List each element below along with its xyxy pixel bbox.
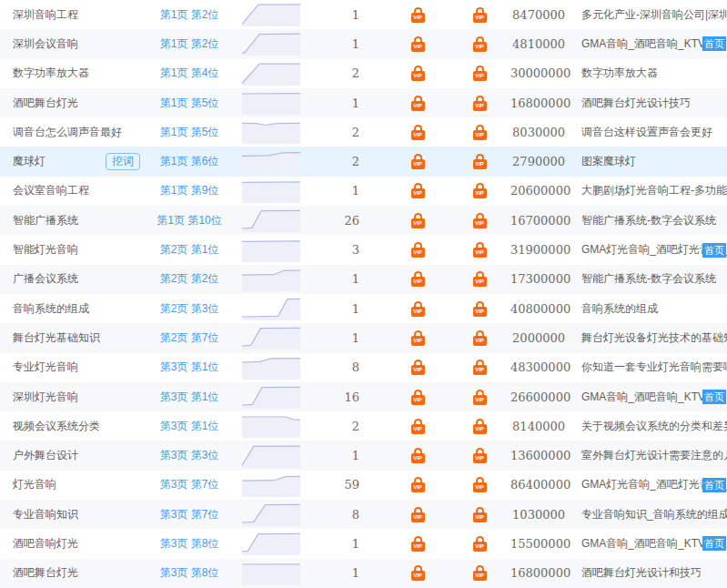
lock-body: VIP [411, 218, 425, 228]
vip-lock-icon[interactable]: VIP [473, 330, 487, 346]
vip-label: VIP [413, 336, 422, 346]
result-title[interactable]: 大鹏剧场灯光音响工程-多功能... [581, 183, 727, 198]
vip-lock-icon[interactable]: VIP [411, 125, 425, 140]
vip-lock-icon[interactable]: VIP [411, 213, 425, 228]
vip-label: VIP [475, 159, 484, 169]
vip-lock-icon[interactable]: VIP [473, 96, 487, 111]
rank-link[interactable]: 第3页 第8位 [146, 536, 233, 552]
rank-link[interactable]: 第2页 第2位 [146, 271, 233, 287]
vip-lock-icon[interactable]: VIP [411, 390, 425, 405]
rank-link[interactable]: 第1页 第5位 [146, 125, 233, 140]
vip-lock-icon[interactable]: VIP [411, 7, 425, 23]
vip-lock-icon[interactable]: VIP [411, 66, 425, 81]
result-title[interactable]: 酒吧舞台灯光设计和技巧 [581, 565, 702, 581]
vip-lock-icon[interactable]: VIP [473, 301, 487, 317]
vip-lock-icon[interactable]: VIP [411, 360, 425, 375]
rank-link[interactable]: 第3页 第1位 [146, 360, 233, 375]
result-title[interactable]: 关于视频会议系统的分类和差异 [581, 419, 727, 434]
vip-lock-icon[interactable]: VIP [411, 536, 425, 552]
rank-link[interactable]: 第2页 第3位 [146, 301, 233, 317]
result-title[interactable]: 你知道一套专业灯光音响需要哪... [581, 360, 727, 375]
vip-lock-icon[interactable]: VIP [473, 565, 487, 581]
vip-cell-2: VIP [449, 419, 510, 434]
vip-lock-icon[interactable]: VIP [411, 271, 425, 287]
vip-label: VIP [475, 336, 484, 346]
title-cell: 专业音响知识_音响系统的组成 [569, 500, 727, 529]
rank-link[interactable]: 第3页 第7位 [146, 477, 233, 492]
rank-link[interactable]: 第1页 第10位 [146, 213, 233, 228]
vip-lock-icon[interactable]: VIP [411, 96, 425, 111]
rank-link[interactable]: 第2页 第7位 [146, 330, 233, 346]
trend-sparkline [242, 532, 300, 555]
vip-lock-icon[interactable]: VIP [473, 507, 487, 522]
vip-lock-icon[interactable]: VIP [411, 419, 425, 434]
rank-link[interactable]: 第1页 第9位 [146, 183, 233, 198]
vip-lock-icon[interactable]: VIP [411, 507, 425, 522]
vip-lock-icon[interactable]: VIP [473, 66, 487, 81]
vip-lock-icon[interactable]: VIP [473, 419, 487, 434]
vip-label: VIP [475, 424, 484, 434]
keyword-cell: 酒吧音响灯光 [0, 536, 146, 552]
result-title[interactable]: 调音台这样设置声音会更好 [581, 125, 712, 140]
vip-lock-icon[interactable]: VIP [411, 330, 425, 346]
vip-lock-icon[interactable]: VIP [473, 477, 487, 492]
vip-lock-icon[interactable]: VIP [473, 448, 487, 463]
title-cell: GMA音响_酒吧音响_KTV音响首页 [569, 29, 727, 58]
result-title[interactable]: 室外舞台灯光设计需要注意的几... [581, 448, 727, 463]
rank-link[interactable]: 第3页 第7位 [146, 507, 233, 522]
lock-body: VIP [411, 424, 425, 434]
vip-label: VIP [413, 424, 422, 434]
rank-link[interactable]: 第1页 第2位 [146, 7, 233, 23]
lock-body: VIP [473, 512, 487, 522]
vip-label: VIP [413, 542, 422, 552]
rank-link[interactable]: 第1页 第2位 [146, 36, 233, 52]
vip-lock-icon[interactable]: VIP [473, 36, 487, 52]
result-title[interactable]: 多元化产业-深圳音响公司|深圳... [581, 7, 727, 23]
vip-lock-icon[interactable]: VIP [473, 125, 487, 140]
vip-lock-icon[interactable]: VIP [473, 271, 487, 287]
result-title[interactable]: 专业音响知识_音响系统的组成 [581, 507, 727, 522]
index-volume: 8470000 [510, 8, 569, 22]
result-title[interactable]: 智能广播系统-数字会议系统 [581, 213, 716, 228]
vip-lock-icon[interactable]: VIP [411, 301, 425, 317]
vip-lock-icon[interactable]: VIP [411, 154, 425, 169]
vip-lock-icon[interactable]: VIP [473, 213, 487, 228]
vip-lock-icon[interactable]: VIP [473, 390, 487, 405]
lock-body: VIP [411, 365, 425, 375]
result-title[interactable]: 数字功率放大器 [581, 66, 658, 81]
rank-link[interactable]: 第3页 第1位 [146, 419, 233, 434]
result-title[interactable]: 智能广播系统-数字会议系统 [581, 271, 716, 287]
rank-link[interactable]: 第1页 第5位 [146, 96, 233, 111]
result-title[interactable]: 图案魔球灯 [581, 154, 636, 169]
lock-body: VIP [411, 571, 425, 581]
result-title[interactable]: 舞台灯光设备灯光技术的基础知... [581, 330, 727, 346]
vip-lock-icon[interactable]: VIP [473, 183, 487, 198]
result-title[interactable]: 音响系统的组成 [581, 301, 658, 317]
vip-cell-1: VIP [387, 477, 449, 492]
vip-lock-icon[interactable]: VIP [411, 448, 425, 463]
rank-link[interactable]: 第1页 第4位 [146, 66, 233, 81]
vip-lock-icon[interactable]: VIP [411, 183, 425, 198]
vip-lock-icon[interactable]: VIP [411, 36, 425, 52]
keyword-text: 魔球灯 [13, 154, 45, 169]
rank-link[interactable]: 第1页 第6位 [146, 154, 233, 169]
vip-lock-icon[interactable]: VIP [473, 154, 487, 169]
vip-lock-icon[interactable]: VIP [411, 477, 425, 492]
vip-lock-icon[interactable]: VIP [411, 242, 425, 258]
vip-lock-icon[interactable]: VIP [411, 565, 425, 581]
result-title[interactable]: 酒吧舞台灯光设计技巧 [581, 96, 691, 111]
index-volume: 20600000 [510, 184, 569, 198]
vip-label: VIP [413, 277, 422, 287]
vip-lock-icon[interactable]: VIP [473, 360, 487, 375]
keyword-cell: 智能广播系统 [0, 213, 146, 228]
rank-link[interactable]: 第3页 第8位 [146, 565, 233, 581]
vip-lock-icon[interactable]: VIP [473, 7, 487, 23]
trend-sparkline [242, 268, 300, 291]
dig-words-button[interactable]: 挖词 [106, 153, 140, 170]
rank-link[interactable]: 第2页 第1位 [146, 242, 233, 258]
rank-link[interactable]: 第3页 第1位 [146, 390, 233, 405]
vip-lock-icon[interactable]: VIP [473, 242, 487, 258]
rank-link[interactable]: 第3页 第3位 [146, 448, 233, 463]
vip-lock-icon[interactable]: VIP [473, 536, 487, 552]
keyword-cell: 音响系统的组成 [0, 301, 146, 317]
